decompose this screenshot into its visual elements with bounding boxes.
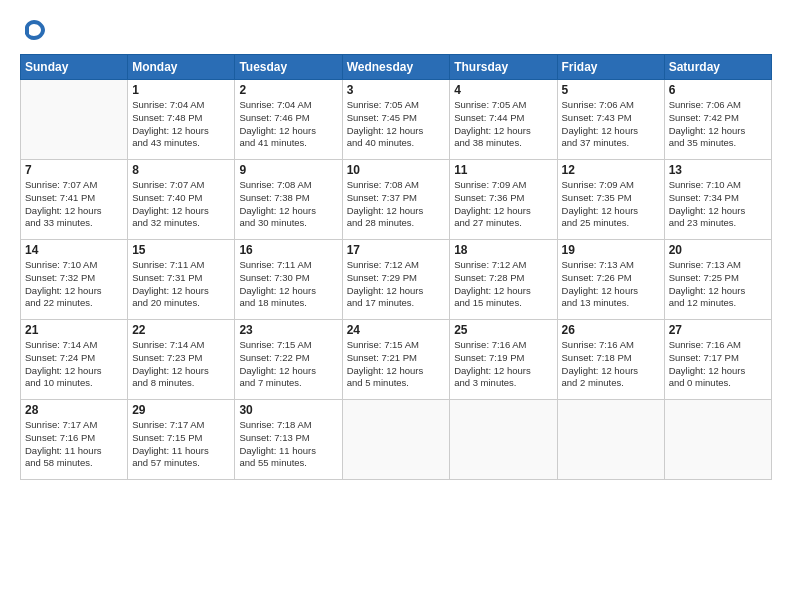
day-number: 7 [25,163,123,177]
day-cell: 22Sunrise: 7:14 AMSunset: 7:23 PMDayligh… [128,320,235,400]
day-cell: 6Sunrise: 7:06 AMSunset: 7:42 PMDaylight… [664,80,771,160]
week-row-4: 28Sunrise: 7:17 AMSunset: 7:16 PMDayligh… [21,400,772,480]
day-info: Sunrise: 7:04 AMSunset: 7:46 PMDaylight:… [239,99,337,150]
day-info: Sunrise: 7:06 AMSunset: 7:43 PMDaylight:… [562,99,660,150]
day-number: 25 [454,323,552,337]
day-info: Sunrise: 7:11 AMSunset: 7:31 PMDaylight:… [132,259,230,310]
day-cell: 3Sunrise: 7:05 AMSunset: 7:45 PMDaylight… [342,80,450,160]
day-cell: 16Sunrise: 7:11 AMSunset: 7:30 PMDayligh… [235,240,342,320]
day-cell [21,80,128,160]
day-cell: 5Sunrise: 7:06 AMSunset: 7:43 PMDaylight… [557,80,664,160]
day-cell: 8Sunrise: 7:07 AMSunset: 7:40 PMDaylight… [128,160,235,240]
day-number: 24 [347,323,446,337]
day-info: Sunrise: 7:18 AMSunset: 7:13 PMDaylight:… [239,419,337,470]
day-info: Sunrise: 7:08 AMSunset: 7:37 PMDaylight:… [347,179,446,230]
day-number: 26 [562,323,660,337]
day-cell: 2Sunrise: 7:04 AMSunset: 7:46 PMDaylight… [235,80,342,160]
day-number: 18 [454,243,552,257]
header-row: SundayMondayTuesdayWednesdayThursdayFrid… [21,55,772,80]
day-cell: 26Sunrise: 7:16 AMSunset: 7:18 PMDayligh… [557,320,664,400]
week-row-1: 7Sunrise: 7:07 AMSunset: 7:41 PMDaylight… [21,160,772,240]
day-info: Sunrise: 7:16 AMSunset: 7:18 PMDaylight:… [562,339,660,390]
day-info: Sunrise: 7:08 AMSunset: 7:38 PMDaylight:… [239,179,337,230]
day-number: 8 [132,163,230,177]
week-row-2: 14Sunrise: 7:10 AMSunset: 7:32 PMDayligh… [21,240,772,320]
day-number: 20 [669,243,767,257]
day-number: 2 [239,83,337,97]
day-number: 9 [239,163,337,177]
day-number: 19 [562,243,660,257]
day-info: Sunrise: 7:13 AMSunset: 7:25 PMDaylight:… [669,259,767,310]
day-cell: 29Sunrise: 7:17 AMSunset: 7:15 PMDayligh… [128,400,235,480]
day-number: 3 [347,83,446,97]
day-info: Sunrise: 7:10 AMSunset: 7:34 PMDaylight:… [669,179,767,230]
day-info: Sunrise: 7:09 AMSunset: 7:36 PMDaylight:… [454,179,552,230]
col-header-sunday: Sunday [21,55,128,80]
day-cell: 15Sunrise: 7:11 AMSunset: 7:31 PMDayligh… [128,240,235,320]
day-info: Sunrise: 7:16 AMSunset: 7:17 PMDaylight:… [669,339,767,390]
logo-icon [20,16,48,44]
day-info: Sunrise: 7:17 AMSunset: 7:15 PMDaylight:… [132,419,230,470]
day-cell: 25Sunrise: 7:16 AMSunset: 7:19 PMDayligh… [450,320,557,400]
day-number: 29 [132,403,230,417]
day-cell [342,400,450,480]
day-info: Sunrise: 7:15 AMSunset: 7:21 PMDaylight:… [347,339,446,390]
day-cell [557,400,664,480]
day-number: 17 [347,243,446,257]
col-header-wednesday: Wednesday [342,55,450,80]
day-number: 30 [239,403,337,417]
day-cell: 23Sunrise: 7:15 AMSunset: 7:22 PMDayligh… [235,320,342,400]
day-number: 11 [454,163,552,177]
calendar: SundayMondayTuesdayWednesdayThursdayFrid… [20,54,772,480]
day-cell [664,400,771,480]
day-number: 10 [347,163,446,177]
day-info: Sunrise: 7:06 AMSunset: 7:42 PMDaylight:… [669,99,767,150]
day-cell: 4Sunrise: 7:05 AMSunset: 7:44 PMDaylight… [450,80,557,160]
day-number: 5 [562,83,660,97]
day-number: 14 [25,243,123,257]
col-header-thursday: Thursday [450,55,557,80]
page: SundayMondayTuesdayWednesdayThursdayFrid… [0,0,792,612]
day-info: Sunrise: 7:05 AMSunset: 7:45 PMDaylight:… [347,99,446,150]
day-cell: 30Sunrise: 7:18 AMSunset: 7:13 PMDayligh… [235,400,342,480]
day-cell: 14Sunrise: 7:10 AMSunset: 7:32 PMDayligh… [21,240,128,320]
day-number: 13 [669,163,767,177]
day-number: 6 [669,83,767,97]
day-info: Sunrise: 7:14 AMSunset: 7:23 PMDaylight:… [132,339,230,390]
day-cell: 17Sunrise: 7:12 AMSunset: 7:29 PMDayligh… [342,240,450,320]
day-cell: 11Sunrise: 7:09 AMSunset: 7:36 PMDayligh… [450,160,557,240]
week-row-3: 21Sunrise: 7:14 AMSunset: 7:24 PMDayligh… [21,320,772,400]
day-info: Sunrise: 7:14 AMSunset: 7:24 PMDaylight:… [25,339,123,390]
col-header-friday: Friday [557,55,664,80]
day-info: Sunrise: 7:09 AMSunset: 7:35 PMDaylight:… [562,179,660,230]
day-number: 16 [239,243,337,257]
day-number: 15 [132,243,230,257]
col-header-tuesday: Tuesday [235,55,342,80]
day-cell: 10Sunrise: 7:08 AMSunset: 7:37 PMDayligh… [342,160,450,240]
day-info: Sunrise: 7:16 AMSunset: 7:19 PMDaylight:… [454,339,552,390]
day-info: Sunrise: 7:17 AMSunset: 7:16 PMDaylight:… [25,419,123,470]
day-number: 28 [25,403,123,417]
day-number: 22 [132,323,230,337]
day-cell: 7Sunrise: 7:07 AMSunset: 7:41 PMDaylight… [21,160,128,240]
header [20,16,772,44]
day-cell: 19Sunrise: 7:13 AMSunset: 7:26 PMDayligh… [557,240,664,320]
day-number: 1 [132,83,230,97]
day-cell: 18Sunrise: 7:12 AMSunset: 7:28 PMDayligh… [450,240,557,320]
day-number: 12 [562,163,660,177]
day-info: Sunrise: 7:07 AMSunset: 7:40 PMDaylight:… [132,179,230,230]
day-info: Sunrise: 7:04 AMSunset: 7:48 PMDaylight:… [132,99,230,150]
day-info: Sunrise: 7:12 AMSunset: 7:29 PMDaylight:… [347,259,446,310]
day-info: Sunrise: 7:12 AMSunset: 7:28 PMDaylight:… [454,259,552,310]
day-info: Sunrise: 7:11 AMSunset: 7:30 PMDaylight:… [239,259,337,310]
week-row-0: 1Sunrise: 7:04 AMSunset: 7:48 PMDaylight… [21,80,772,160]
day-cell: 21Sunrise: 7:14 AMSunset: 7:24 PMDayligh… [21,320,128,400]
day-info: Sunrise: 7:13 AMSunset: 7:26 PMDaylight:… [562,259,660,310]
day-cell: 24Sunrise: 7:15 AMSunset: 7:21 PMDayligh… [342,320,450,400]
day-info: Sunrise: 7:05 AMSunset: 7:44 PMDaylight:… [454,99,552,150]
logo [20,16,52,44]
day-cell: 9Sunrise: 7:08 AMSunset: 7:38 PMDaylight… [235,160,342,240]
day-info: Sunrise: 7:10 AMSunset: 7:32 PMDaylight:… [25,259,123,310]
day-info: Sunrise: 7:07 AMSunset: 7:41 PMDaylight:… [25,179,123,230]
day-info: Sunrise: 7:15 AMSunset: 7:22 PMDaylight:… [239,339,337,390]
